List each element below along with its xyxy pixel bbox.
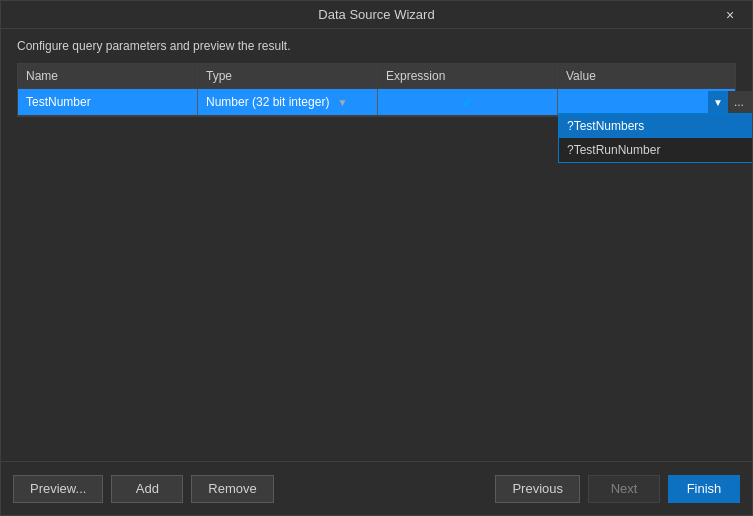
cell-name: TestNumber (18, 89, 198, 115)
value-add-button[interactable]: + (750, 91, 752, 113)
footer: Preview... Add Remove Previous Next Fini… (1, 461, 752, 515)
previous-button[interactable]: Previous (495, 475, 580, 503)
value-wrapper: ▼ ... + ?TestNumbers ?TestRunNumber (558, 91, 752, 113)
parameters-table: Name Type Expression Value TestNumber Nu… (17, 63, 736, 117)
content-area: Name Type Expression Value TestNumber Nu… (1, 63, 752, 461)
expression-checkmark[interactable]: ✔ (462, 94, 474, 110)
next-button[interactable]: Next (588, 475, 660, 503)
cell-type: Number (32 bit integer) ▼ (198, 89, 378, 115)
preview-button[interactable]: Preview... (13, 475, 103, 503)
header-name: Name (18, 64, 198, 88)
table-header: Name Type Expression Value (18, 64, 735, 89)
title-bar: Data Source Wizard × (1, 1, 752, 29)
add-button[interactable]: Add (111, 475, 183, 503)
header-type: Type (198, 64, 378, 88)
subtitle: Configure query parameters and preview t… (1, 29, 752, 63)
dropdown-item-1[interactable]: ?TestRunNumber (559, 138, 752, 162)
ellipsis-icon: ... (734, 95, 744, 109)
dialog: Data Source Wizard × Configure query par… (0, 0, 753, 516)
header-expression: Expression (378, 64, 558, 88)
table-row[interactable]: TestNumber Number (32 bit integer) ▼ ✔ ▼ (18, 89, 735, 116)
value-input[interactable] (558, 95, 708, 109)
value-dropdown-popup: ?TestNumbers ?TestRunNumber (558, 113, 752, 163)
type-dropdown-arrow[interactable]: ▼ (337, 97, 347, 108)
remove-button[interactable]: Remove (191, 475, 273, 503)
close-button[interactable]: × (720, 5, 740, 25)
finish-button[interactable]: Finish (668, 475, 740, 503)
cell-expression: ✔ (378, 89, 558, 115)
dropdown-item-0[interactable]: ?TestNumbers (559, 114, 752, 138)
value-dropdown-button[interactable]: ▼ (708, 91, 728, 113)
value-dropdown-arrow-icon: ▼ (713, 97, 723, 108)
row-name-value: TestNumber (26, 95, 91, 109)
header-value: Value (558, 64, 735, 88)
footer-left-buttons: Preview... Add Remove (13, 475, 274, 503)
dialog-title: Data Source Wizard (33, 7, 720, 22)
footer-right-buttons: Previous Next Finish (495, 475, 740, 503)
row-type-value: Number (32 bit integer) (206, 95, 329, 109)
cell-value: ▼ ... + ?TestNumbers ?TestRunNumber (558, 89, 752, 115)
value-ellipsis-button[interactable]: ... (728, 91, 750, 113)
